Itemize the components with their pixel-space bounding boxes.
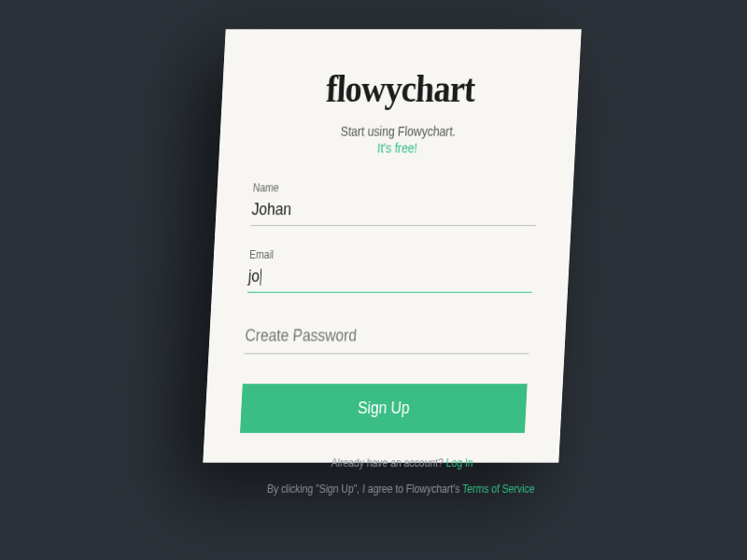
terms-link[interactable]: Terms of Service xyxy=(462,483,535,496)
email-value: jo xyxy=(247,267,260,286)
signup-button[interactable]: Sign Up xyxy=(240,384,528,433)
brand-logo: flowychart xyxy=(257,66,543,111)
email-label: Email xyxy=(249,248,535,261)
tagline-text: Start using Flowychart. xyxy=(256,124,542,139)
email-input[interactable]: jo xyxy=(247,263,534,293)
signup-card: flowychart Start using Flowychart. It's … xyxy=(203,29,581,462)
terms-prefix-text: By clicking "Sign Up", I agree to Flowyc… xyxy=(267,483,463,496)
email-field-group: Email jo xyxy=(247,248,534,293)
password-input[interactable] xyxy=(244,315,530,355)
name-label: Name xyxy=(252,181,538,194)
name-input[interactable] xyxy=(251,196,538,226)
password-field-group xyxy=(244,315,530,355)
already-account-text: Already have an account? xyxy=(331,456,446,469)
name-field-group: Name xyxy=(251,181,538,226)
login-link[interactable]: Log In xyxy=(445,456,473,469)
